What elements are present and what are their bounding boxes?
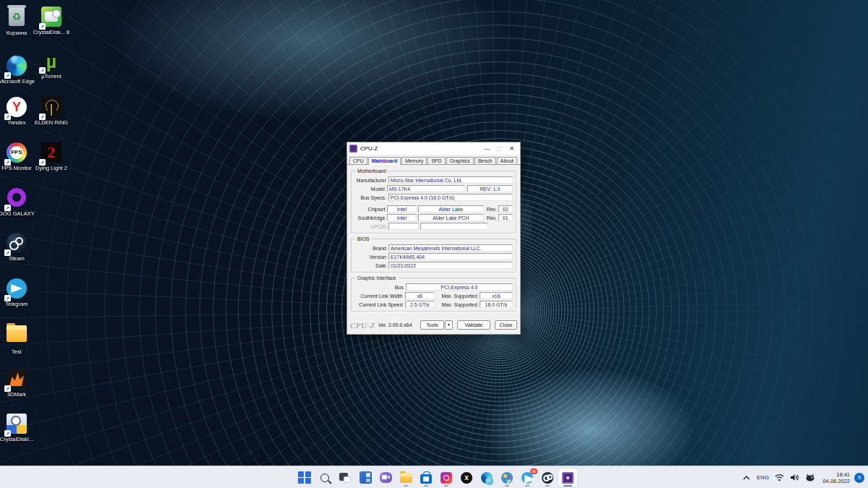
link-width-value: x8 [405, 292, 435, 299]
tray-overflow-button[interactable] [739, 469, 754, 487]
chipset-label: Chipset [354, 207, 385, 212]
window-title: CPU-Z [360, 145, 378, 152]
cat-icon [805, 474, 815, 481]
paint-button[interactable] [497, 468, 517, 487]
desktop-icon-utorrent[interactable]: µ↗ µTorrent [28, 51, 75, 80]
utorrent-icon: µ↗ [41, 51, 62, 72]
max-width-value: x16 [480, 292, 513, 299]
shortcut-arrow-icon: ↗ [4, 430, 11, 437]
desktop-icon-3dmark[interactable]: ↗ 3DMark [0, 368, 40, 398]
tab-about[interactable]: About [497, 157, 517, 164]
clock[interactable]: 18:41 04.08.2022 [818, 471, 853, 484]
tab-bar: CPU Mainboard Memory SPD Graphics Bench … [347, 155, 520, 165]
folder-icon [6, 326, 27, 348]
running-indicator [424, 485, 428, 487]
bus-specs-label: Bus Specs. [354, 195, 386, 200]
shortcut-arrow-icon: ↗ [4, 205, 11, 211]
fps-monitor-icon: FPS↗ [6, 142, 27, 164]
cpuz-titlebar[interactable]: CPU-Z — ▢ ✕ [347, 142, 520, 155]
paint-palette-icon [501, 472, 513, 484]
gi-bus-value: PCI-Express 4.0 [406, 283, 513, 291]
desktop-icon-crystaldiskmark[interactable]: ↗ CrystalDisk... 8 [28, 6, 75, 36]
start-button[interactable] [294, 468, 315, 487]
store-bag-icon [420, 474, 432, 484]
cpuz-window: CPU-Z — ▢ ✕ CPU Mainboard Memory SPD Gra… [346, 142, 521, 335]
running-indicator [545, 485, 550, 487]
notification-count-badge[interactable]: 9 [854, 473, 864, 483]
instagram-button[interactable] [436, 468, 456, 487]
windows-logo-icon [298, 471, 311, 484]
taskbar: x 66 ENG [0, 466, 868, 488]
shortcut-arrow-icon: ↗ [4, 249, 11, 256]
tab-memory[interactable]: Memory [401, 157, 427, 164]
close-window-button[interactable]: Close [495, 320, 517, 330]
wifi-tray-button[interactable] [772, 469, 787, 487]
widgets-icon [359, 471, 372, 484]
chat-icon [380, 472, 392, 483]
chevron-up-icon [742, 475, 751, 481]
bios-group-label: BIOS [355, 236, 372, 241]
folder-icon [400, 474, 412, 483]
shortcut-arrow-icon: ↗ [4, 114, 11, 120]
shortcut-arrow-icon: ↗ [4, 159, 11, 166]
telegram-icon: ↗ [6, 278, 27, 300]
desktop-icon-test-folder[interactable]: Test [0, 322, 40, 356]
tab-bench[interactable]: Bench [475, 157, 496, 164]
tab-mainboard[interactable]: Mainboard [368, 157, 401, 165]
cpuz-logo: CPU-Z [350, 321, 375, 330]
recycle-bin-icon: ♻ [6, 7, 27, 29]
tab-spd[interactable]: SPD [427, 157, 445, 164]
xbox-icon: x [461, 472, 472, 484]
widgets-button[interactable] [355, 468, 375, 487]
xbox-button[interactable]: x [456, 468, 477, 487]
shortcut-arrow-icon: ↗ [39, 67, 46, 74]
steam-button[interactable] [537, 468, 558, 487]
volume-tray-button[interactable] [787, 469, 802, 487]
microsoft-store-button[interactable] [416, 468, 436, 487]
cpuz-icon [562, 472, 574, 484]
screen: ♻ Корзина ↗ CrystalDisk... 8 ↗ Microsoft… [0, 0, 868, 488]
desktop-icon-crystaldiskinfo[interactable]: ↗ CrystalDiskI... [0, 413, 40, 443]
motherboard-group-label: Motherboard [355, 168, 388, 174]
tray-time: 18:41 [822, 471, 850, 478]
tools-button[interactable]: Tools [420, 320, 444, 330]
taskbar-search-button[interactable] [315, 468, 335, 487]
file-explorer-button[interactable] [396, 468, 416, 487]
max-supported-label: Max. Supported [435, 294, 477, 299]
tab-cpu[interactable]: CPU [349, 157, 367, 164]
edge-button[interactable] [477, 468, 497, 487]
wifi-icon [775, 474, 784, 481]
language-indicator[interactable]: ENG [754, 469, 772, 487]
telegram-button[interactable]: 66 [517, 468, 537, 487]
system-tray: ENG [739, 466, 864, 488]
cpuz-taskbar-button[interactable] [558, 468, 578, 487]
tools-dropdown-button[interactable]: ▼ [445, 320, 453, 330]
bios-brand-label: Brand [354, 246, 386, 251]
active-running-indicator [563, 485, 572, 487]
link-speed-label: Current Link Speed [354, 302, 403, 307]
chipset-rev-label: Rev. [487, 207, 497, 212]
desktop-icon-telegram[interactable]: ↗ Telegram [0, 278, 40, 308]
chat-button[interactable] [375, 468, 396, 487]
shortcut-arrow-icon: ↗ [4, 72, 11, 79]
bios-group: BIOS Brand American Megatrends Internati… [351, 239, 516, 273]
desktop-icon-gog-galaxy[interactable]: ↗ GOG GALAXY [0, 187, 40, 218]
close-button[interactable]: ✕ [506, 144, 518, 154]
southbridge-rev-value: 01 [498, 214, 513, 221]
motherboard-group: Motherboard Manufacturer Micro-Star Inte… [351, 171, 516, 234]
desktop-icon-steam[interactable]: ↗ Steam [0, 232, 40, 262]
gog-galaxy-icon: ↗ [6, 188, 27, 210]
running-indicator [525, 485, 529, 487]
task-view-button[interactable] [335, 468, 355, 487]
bios-brand-value: American Megatrends International LLC. [388, 244, 513, 252]
desktop-icon-dying-light-2[interactable]: 2↗ Dying Light 2 [28, 142, 75, 172]
minimize-button[interactable]: — [481, 144, 493, 154]
steam-icon [542, 472, 553, 484]
desktop-icon-elden-ring[interactable]: ↗ ELDEN RING [28, 96, 75, 127]
validate-button[interactable]: Validate [457, 320, 490, 330]
edge-icon: ↗ [6, 56, 27, 77]
tray-app-button[interactable] [802, 469, 818, 487]
tab-graphics[interactable]: Graphics [446, 157, 474, 164]
search-icon [320, 474, 329, 482]
task-view-icon [339, 473, 351, 483]
